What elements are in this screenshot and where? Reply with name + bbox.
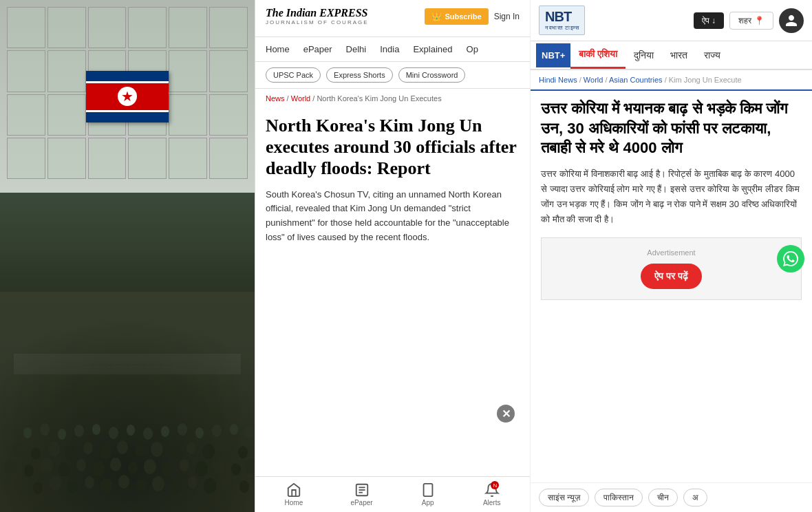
svg-point-1 [15, 478, 26, 491]
indian-express-panel: The Indian EXPRESS Journalism of Courage… [255, 0, 530, 512]
nbt-panel: NBT नवभारत टाइम्स ऐप ↓ शहर 📍 NBT+ बाकी ए… [530, 0, 812, 512]
svg-point-50 [127, 425, 135, 436]
tag-express-shorts[interactable]: Express Shorts [326, 67, 393, 83]
ie-body-text: South Korea's Chosun TV, citing an unnam… [266, 188, 520, 245]
breadcrumb-world[interactable]: World [291, 94, 311, 103]
nav-baki-asia[interactable]: बाकी एशिया [570, 41, 626, 69]
tag-pakistan[interactable]: पाकिस्तान [595, 489, 643, 506]
tag-crossword[interactable]: Mini Crossword [398, 67, 466, 83]
breadcrumb-current: Kim Jong Un Execute [669, 76, 742, 84]
svg-point-15 [5, 460, 16, 474]
nbt-plus-nav[interactable]: NBT+ [536, 43, 570, 67]
svg-point-28 [231, 463, 241, 476]
crowd-area: — — — — — — — — — — — [0, 193, 255, 512]
svg-point-37 [135, 445, 145, 457]
svg-point-4 [67, 480, 78, 493]
svg-point-32 [47, 441, 60, 456]
bottom-phone-icon[interactable]: App [420, 482, 436, 506]
svg-point-26 [195, 461, 208, 476]
ie-content: North Korea's Kim Jong Un executes aroun… [255, 108, 530, 476]
nbt-app-label: ऐप ↓ [702, 16, 716, 25]
ie-breadcrumb: News / World / North Korea's Kim Jong Un… [255, 89, 530, 108]
tag-china[interactable]: चीन [648, 489, 678, 506]
svg-point-10 [170, 480, 181, 494]
svg-point-12 [204, 478, 216, 493]
nav-india[interactable]: India [373, 37, 406, 61]
nbt-header-right: ऐप ↓ शहर 📍 [694, 8, 804, 33]
nav-bharat[interactable]: भारत [662, 43, 696, 68]
app-download-button[interactable]: ऐप पर पढ़ें [641, 264, 702, 289]
svg-point-44 [23, 427, 32, 438]
tag-science[interactable]: साइंस न्यूज़ [539, 489, 589, 506]
svg-point-38 [151, 442, 163, 457]
north-korea-flag: ★ [86, 71, 169, 122]
nbt-city-label: शहर [738, 16, 751, 25]
bottom-home-icon[interactable]: Home [285, 482, 303, 506]
ie-logo-main: The Indian EXPRESS [266, 7, 368, 19]
nav-delhi[interactable]: Delhi [339, 37, 374, 61]
breadcrumb-asian-countries[interactable]: Asian Countries [609, 76, 663, 84]
nbt-logo: NBT नवभारत टाइम्स [539, 6, 585, 35]
nav-explained[interactable]: Explained [406, 37, 459, 61]
svg-point-33 [65, 445, 76, 459]
svg-point-17 [41, 458, 53, 473]
svg-point-16 [24, 465, 34, 477]
svg-point-34 [83, 442, 93, 454]
whatsapp-button[interactable] [777, 245, 804, 273]
svg-point-51 [143, 427, 153, 440]
svg-point-43 [238, 446, 248, 458]
svg-point-27 [213, 460, 224, 474]
svg-point-35 [99, 444, 111, 459]
nav-home[interactable]: Home [259, 37, 297, 61]
svg-point-19 [76, 459, 86, 471]
nbt-body-text: उत्तर कोरिया में विनाशकारी बाढ़ आई है। र… [541, 167, 802, 227]
svg-point-13 [222, 478, 233, 491]
nav-duniya[interactable]: दुनिया [626, 43, 662, 68]
svg-point-39 [169, 446, 180, 460]
svg-point-3 [49, 476, 61, 491]
nbt-headline: उत्तर कोरिया में भयानक बाढ़ से भड़के किम… [541, 99, 802, 158]
svg-point-5 [85, 476, 94, 489]
svg-point-56 [230, 424, 238, 435]
ie-logo-sub: Journalism of Courage [266, 19, 369, 25]
svg-point-36 [117, 440, 128, 454]
tag-upsc[interactable]: UPSC Pack [266, 67, 321, 83]
nbt-city-button[interactable]: शहर 📍 [729, 12, 773, 30]
svg-point-49 [109, 427, 118, 439]
nav-rajya[interactable]: राज्य [696, 43, 729, 68]
nbt-nav: NBT+ बाकी एशिया दुनिया भारत राज्य [531, 41, 812, 70]
bottom-bell-icon[interactable]: N Alerts [483, 482, 501, 506]
svg-point-22 [128, 462, 138, 474]
nav-op[interactable]: Op [460, 37, 485, 61]
bottom-epaper-icon[interactable]: ePaper [350, 482, 372, 506]
svg-point-55 [212, 425, 222, 437]
svg-point-46 [58, 429, 66, 440]
svg-point-14 [239, 480, 249, 493]
ie-header-right: 👑 Subscribe Sign In [425, 8, 520, 25]
svg-point-23 [144, 459, 156, 474]
nbt-app-button[interactable]: ऐप ↓ [694, 12, 724, 29]
ie-headline: North Korea's Kim Jong Un executes aroun… [266, 115, 520, 180]
breadcrumb-hindi-news[interactable]: Hindi News [539, 76, 577, 84]
nbt-tags: साइंस न्यूज़ पाकिस्तान चीन अ [531, 482, 812, 512]
svg-point-9 [152, 476, 164, 491]
ie-bottom-bar: Home ePaper App [255, 476, 530, 512]
middle-panel-wrapper: The Indian EXPRESS Journalism of Courage… [255, 0, 530, 512]
breadcrumb-world-nbt[interactable]: World [584, 76, 603, 84]
subscribe-button[interactable]: 👑 Subscribe [425, 8, 488, 25]
svg-point-48 [92, 424, 100, 435]
svg-point-53 [178, 423, 187, 436]
svg-point-40 [186, 442, 196, 454]
tag-more[interactable]: अ [683, 489, 707, 506]
svg-point-41 [202, 444, 215, 459]
nbt-user-button[interactable] [779, 8, 804, 33]
nbt-logo-subtext: नवभारत टाइम्स [545, 25, 579, 32]
nbt-header: NBT नवभारत टाइम्स ऐप ↓ शहर 📍 [531, 0, 812, 41]
signin-link[interactable]: Sign In [494, 12, 520, 21]
ie-logo: The Indian EXPRESS Journalism of Courage [266, 7, 369, 25]
nav-epaper[interactable]: ePaper [297, 37, 339, 61]
location-icon: 📍 [754, 16, 765, 25]
breadcrumb-news[interactable]: News [266, 94, 285, 103]
close-button[interactable]: ✕ [497, 405, 515, 423]
building-area: ★ [0, 0, 255, 193]
